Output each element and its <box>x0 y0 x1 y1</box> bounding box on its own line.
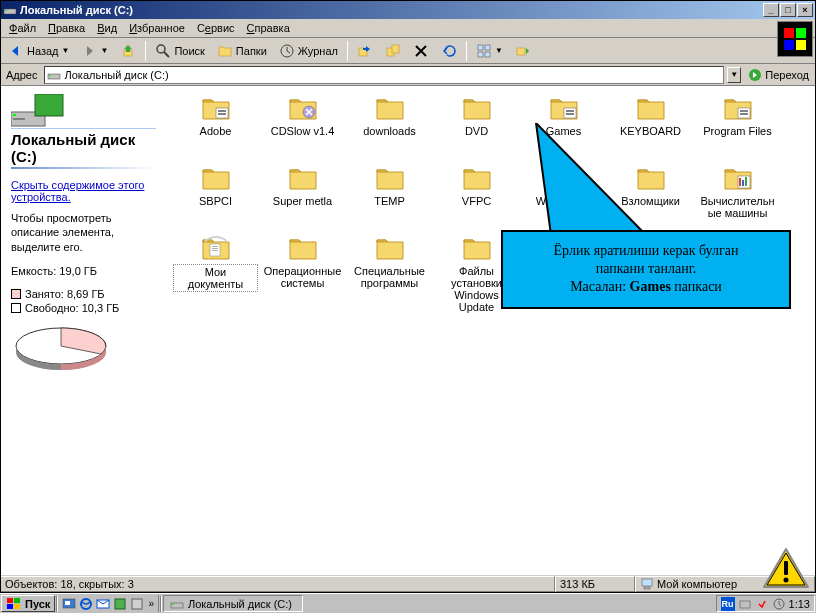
svg-rect-14 <box>49 75 51 76</box>
computer-icon <box>640 577 654 591</box>
delete-button[interactable] <box>408 40 434 62</box>
folder-item-windows[interactable]: WINDOWS <box>520 162 607 232</box>
svg-point-51 <box>784 578 789 583</box>
folder-icon <box>200 94 232 122</box>
folder-icon <box>287 94 319 122</box>
folder-label: Специальные программы <box>347 264 432 290</box>
callout-box: Ёрлик яратилиши керак булган папкани тан… <box>501 230 791 309</box>
ql-app2-icon[interactable] <box>129 596 145 612</box>
back-button[interactable]: Назад ▼ <box>3 40 74 62</box>
tray-icon-1[interactable] <box>738 597 752 611</box>
move-icon <box>357 43 373 59</box>
ql-app1-icon[interactable] <box>112 596 128 612</box>
throbber <box>777 21 813 57</box>
folder-icon <box>635 94 667 122</box>
search-button[interactable]: Поиск <box>150 40 209 62</box>
side-panel: Локальный диск (C:) Скрыть содержимое эт… <box>1 86 166 574</box>
folder-item-program-files[interactable]: Program Files <box>694 92 781 162</box>
used-legend: Занято: 8,69 ГБ <box>11 288 156 300</box>
drive-icon <box>3 3 17 17</box>
svg-rect-27 <box>218 110 226 112</box>
clock[interactable]: 1:13 <box>789 598 810 610</box>
folder-icon <box>374 164 406 192</box>
minimize-button[interactable]: _ <box>763 3 779 17</box>
lang-indicator[interactable]: Ru <box>721 597 735 611</box>
toolbar: Назад ▼ ▼ Поиск Папки <box>1 38 815 64</box>
folder-item-вычислительные-машины[interactable]: Вычислительные машины <box>694 162 781 232</box>
go-button-tb[interactable] <box>510 40 536 62</box>
panel-title: Локальный диск (C:) <box>11 131 156 167</box>
maximize-button[interactable]: □ <box>780 3 796 17</box>
folder-item-dvd[interactable]: DVD <box>433 92 520 162</box>
up-button[interactable] <box>115 40 141 62</box>
folders-button[interactable]: Папки <box>212 40 272 62</box>
menu-view[interactable]: Вид <box>91 20 123 36</box>
menu-tools[interactable]: Сервис <box>191 20 241 36</box>
svg-line-3 <box>164 52 169 57</box>
svg-rect-17 <box>796 28 806 38</box>
ql-desktop-icon[interactable] <box>61 596 77 612</box>
go-button[interactable]: Переход <box>744 68 813 82</box>
svg-rect-16 <box>784 28 794 38</box>
folder-icon <box>722 164 754 192</box>
menu-file[interactable]: Файл <box>3 20 42 36</box>
svg-rect-49 <box>644 587 650 589</box>
folder-item-операционные-системы[interactable]: Операционные системы <box>259 232 346 302</box>
forward-button[interactable]: ▼ <box>76 40 113 62</box>
svg-rect-8 <box>478 45 483 50</box>
drive-icon <box>47 68 61 82</box>
svg-rect-57 <box>65 601 70 605</box>
explorer-window: Локальный диск (C:) _ □ × Файл Правка Ви… <box>0 0 816 593</box>
ql-more[interactable]: » <box>146 598 156 609</box>
tray-icon-3[interactable] <box>772 597 786 611</box>
menu-favorites[interactable]: Избранное <box>123 20 191 36</box>
folder-label: KEYBOARD <box>618 124 683 138</box>
svg-rect-35 <box>740 113 748 115</box>
folder-item-sbpci[interactable]: SBPCI <box>172 162 259 232</box>
svg-rect-46 <box>212 250 218 251</box>
task-button-1[interactable]: Локальный диск (C:) <box>163 595 303 612</box>
tray-icon-2[interactable] <box>755 597 769 611</box>
ql-ie-icon[interactable] <box>78 596 94 612</box>
folder-item-temp[interactable]: TEMP <box>346 162 433 232</box>
folder-item-мои-документы[interactable]: Мои документы <box>172 232 259 302</box>
undo-button[interactable] <box>436 40 462 62</box>
folder-label: Adobe <box>198 124 234 138</box>
capacity-text: Емкость: 19,0 ГБ <box>11 264 156 278</box>
folder-item-adobe[interactable]: Adobe <box>172 92 259 162</box>
folder-item-downloads[interactable]: downloads <box>346 92 433 162</box>
start-button[interactable]: Пуск <box>1 595 55 612</box>
address-input[interactable]: Локальный диск (C:) <box>44 66 725 84</box>
views-icon <box>476 43 492 59</box>
svg-rect-42 <box>745 177 747 186</box>
menu-edit[interactable]: Правка <box>42 20 91 36</box>
menu-help[interactable]: Справка <box>241 20 296 36</box>
folder-item-vfpc[interactable]: VFPC <box>433 162 520 232</box>
folder-item-super-metla[interactable]: Super metla <box>259 162 346 232</box>
folder-item-специальные-программы[interactable]: Специальные программы <box>346 232 433 302</box>
folder-icon <box>722 94 754 122</box>
back-icon <box>8 43 24 59</box>
close-button[interactable]: × <box>797 3 813 17</box>
address-dropdown[interactable]: ▼ <box>727 67 741 83</box>
move-button[interactable] <box>352 40 378 62</box>
folder-item-cdslow-v1.4[interactable]: CDSlow v1.4 <box>259 92 346 162</box>
file-area[interactable]: AdobeCDSlow v1.4downloadsDVDGamesKEYBOAR… <box>166 86 815 574</box>
go-arrow-icon <box>748 68 762 82</box>
titlebar[interactable]: Локальный диск (C:) _ □ × <box>1 1 815 19</box>
folder-item-games[interactable]: Games <box>520 92 607 162</box>
folder-label: CDSlow v1.4 <box>269 124 337 138</box>
copy-button[interactable] <box>380 40 406 62</box>
folder-item-взломщики[interactable]: Взломщики <box>607 162 694 232</box>
content-area: Локальный диск (C:) Скрыть содержимое эт… <box>1 86 815 574</box>
views-button[interactable]: ▼ <box>471 40 508 62</box>
folder-item-keyboard[interactable]: KEYBOARD <box>607 92 694 162</box>
ql-oe-icon[interactable] <box>95 596 111 612</box>
folder-icon <box>548 94 580 122</box>
history-button[interactable]: Журнал <box>274 40 343 62</box>
svg-rect-10 <box>478 52 483 57</box>
warning-icon <box>762 547 810 591</box>
svg-rect-1 <box>5 10 7 11</box>
svg-rect-19 <box>796 40 806 50</box>
hide-contents-link[interactable]: Скрыть содержимое этого устройства. <box>11 179 156 203</box>
